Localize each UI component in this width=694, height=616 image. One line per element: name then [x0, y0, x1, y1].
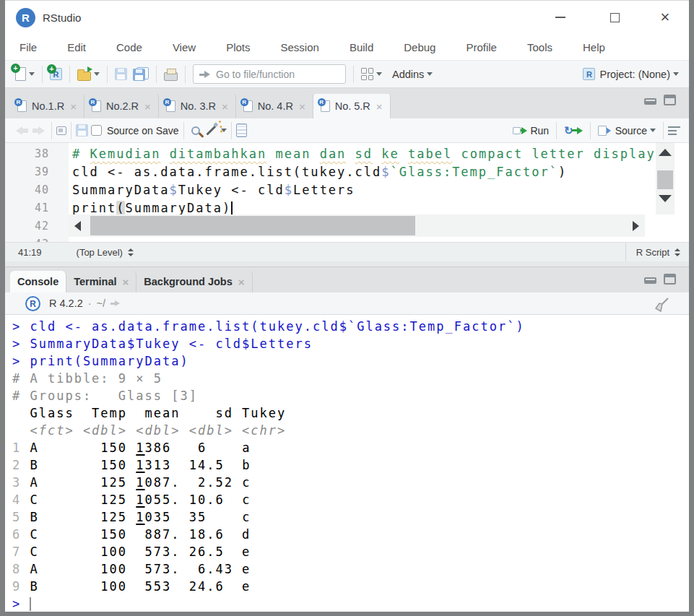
menu-item-profile[interactable]: Profile — [466, 41, 497, 53]
source-on-save-checkbox[interactable] — [91, 125, 102, 136]
tab-close-icon[interactable]: × — [144, 100, 151, 113]
print-button[interactable] — [161, 64, 181, 85]
console-line[interactable]: 6 C 150 887. 18.6 d — [12, 526, 689, 543]
find-icon[interactable] — [191, 126, 200, 135]
pane-minimize-icon[interactable] — [644, 98, 656, 105]
editor-vscrollbar[interactable] — [656, 143, 675, 214]
panes-caret-icon[interactable] — [376, 72, 382, 76]
source-caret-icon[interactable] — [650, 129, 656, 132]
rerun-button[interactable]: ↻ — [561, 120, 586, 142]
menu-item-tools[interactable]: Tools — [527, 41, 552, 53]
console-line[interactable]: > cld <- as.data.frame.list(tukey.cld$`G… — [12, 318, 689, 335]
editor-tab-no4r[interactable]: RNo. 4.R× — [236, 94, 313, 118]
tab-close-icon[interactable]: × — [70, 100, 77, 113]
editor-tab-no2r[interactable]: RNo.2.R× — [84, 94, 159, 118]
save-icon[interactable] — [76, 124, 88, 136]
editor-tab-no1r[interactable]: RNo.1.R× — [10, 94, 84, 118]
console-line[interactable]: # A tibble: 9 × 5 — [12, 370, 689, 387]
pane-maximize-icon[interactable] — [664, 95, 676, 105]
scope-selector[interactable]: (Top Level) — [77, 247, 134, 258]
tab-close-icon[interactable]: × — [376, 100, 383, 113]
console-output[interactable]: > cld <- as.data.frame.list(tukey.cld$`G… — [5, 315, 689, 612]
pane-maximize-icon[interactable] — [664, 274, 676, 285]
project-menu-button[interactable]: R Project: (None) — [580, 64, 682, 85]
pane-minimize-icon[interactable] — [644, 277, 656, 284]
file-type-selector[interactable]: R Script — [625, 243, 689, 261]
new-file-caret-icon[interactable] — [29, 72, 35, 76]
plus-badge-icon: + — [11, 64, 20, 73]
new-project-button[interactable]: R + — [47, 64, 65, 85]
tab-console[interactable]: Console — [10, 271, 66, 292]
tab-backgroundjobs[interactable]: Background Jobs× — [136, 271, 252, 292]
menu-item-edit[interactable]: Edit — [67, 41, 86, 53]
addins-button[interactable]: Addins — [385, 64, 435, 85]
tab-close-icon[interactable]: × — [222, 100, 228, 113]
pane-splitter[interactable] — [5, 261, 689, 266]
back-button[interactable] — [16, 126, 28, 135]
console-line[interactable]: > print(SummaryData) — [12, 352, 689, 370]
console-line[interactable]: 4 C 125 1055. 10.6 c — [12, 491, 689, 508]
console-line[interactable]: > SummaryData$Tukey <- cld$Letters — [12, 335, 689, 352]
scroll-left-icon[interactable] — [74, 221, 81, 231]
menu-item-help[interactable]: Help — [583, 41, 605, 53]
console-line[interactable]: > — [12, 595, 689, 612]
menu-item-view[interactable]: View — [173, 41, 196, 53]
console-line[interactable]: <fct> <dbl> <dbl> <dbl> <chr> — [12, 422, 689, 439]
goto-file-box[interactable] — [193, 64, 346, 84]
console-line[interactable]: 9 B 100 553 24.6 e — [12, 578, 689, 595]
goto-file-input[interactable] — [216, 69, 331, 80]
console-segment: # Groups: Glass [3] — [12, 389, 198, 403]
editor-hscrollbar[interactable] — [69, 214, 645, 237]
run-button[interactable]: Run — [510, 120, 552, 142]
tab-terminal[interactable]: Terminal× — [66, 271, 136, 292]
workspace-panes-button[interactable] — [358, 64, 385, 85]
hscrollbar-thumb[interactable] — [90, 216, 415, 235]
open-file-caret-icon[interactable] — [94, 72, 100, 76]
console-line[interactable]: 3 A 125 1087. 2.52 c — [12, 474, 689, 491]
console-line[interactable]: 7 C 100 573. 26.5 e — [12, 543, 689, 560]
source-button[interactable]: Source — [595, 120, 659, 142]
open-file-button[interactable] — [74, 64, 103, 85]
document-outline-icon[interactable] — [668, 126, 680, 136]
scroll-down-icon[interactable] — [659, 195, 672, 202]
new-file-button[interactable]: + — [12, 64, 38, 85]
line-number: 38 — [5, 145, 49, 163]
goto-directory-icon[interactable] — [110, 300, 120, 307]
code-tools-wand-icon[interactable] — [206, 125, 216, 135]
menu-item-file[interactable]: File — [19, 41, 37, 53]
tab-close-icon[interactable]: × — [238, 276, 245, 288]
console-line[interactable]: # Groups: Glass [3] — [12, 387, 689, 404]
editor-tab-no5r[interactable]: RNo. 5.R× — [313, 94, 391, 118]
tab-close-icon[interactable]: × — [299, 100, 305, 113]
code-line[interactable]: 39cld <- as.data.frame.list(tukey.cld$`G… — [5, 163, 689, 181]
code-line[interactable]: 38# Kemudian ditambahkan mean dan sd ke … — [5, 145, 689, 163]
menu-item-session[interactable]: Session — [281, 41, 319, 53]
vscrollbar-thumb[interactable] — [657, 170, 673, 189]
minimize-button[interactable] — [548, 1, 573, 34]
console-line[interactable]: 5 B 125 1035 35 c — [12, 508, 689, 526]
scroll-right-icon[interactable] — [633, 221, 639, 231]
console-line[interactable]: 2 B 150 1313 14.5 b — [12, 456, 689, 474]
console-line[interactable]: Glass Temp mean sd Tukey — [12, 404, 689, 422]
close-button[interactable]: × — [653, 1, 677, 34]
forward-button[interactable] — [32, 126, 45, 135]
console-line[interactable]: 8 A 100 573. 6.43 e — [12, 560, 689, 578]
editor-tab-no3r[interactable]: RNo. 3.R× — [159, 94, 236, 118]
save-button[interactable] — [112, 64, 130, 85]
compile-report-icon[interactable] — [236, 123, 247, 137]
maximize-button[interactable] — [602, 1, 627, 34]
clear-console-button[interactable] — [654, 297, 670, 316]
code-editor[interactable]: 38# Kemudian ditambahkan mean dan sd ke … — [5, 143, 689, 242]
code-tools-caret-icon[interactable] — [221, 129, 227, 132]
menu-item-build[interactable]: Build — [350, 41, 373, 53]
tab-close-icon[interactable]: × — [123, 276, 129, 288]
code-line[interactable]: 40SummaryData$Tukey <- cld$Letters — [5, 181, 689, 199]
console-line[interactable]: 1 A 150 1386 6 a — [12, 439, 689, 456]
save-all-button[interactable] — [130, 64, 152, 85]
menu-item-code[interactable]: Code — [116, 41, 142, 53]
menu-item-debug[interactable]: Debug — [404, 41, 435, 53]
working-directory[interactable]: ~/ — [97, 298, 106, 309]
popout-icon[interactable] — [56, 126, 66, 135]
menu-item-plots[interactable]: Plots — [226, 41, 250, 53]
scroll-up-icon[interactable] — [659, 149, 672, 156]
